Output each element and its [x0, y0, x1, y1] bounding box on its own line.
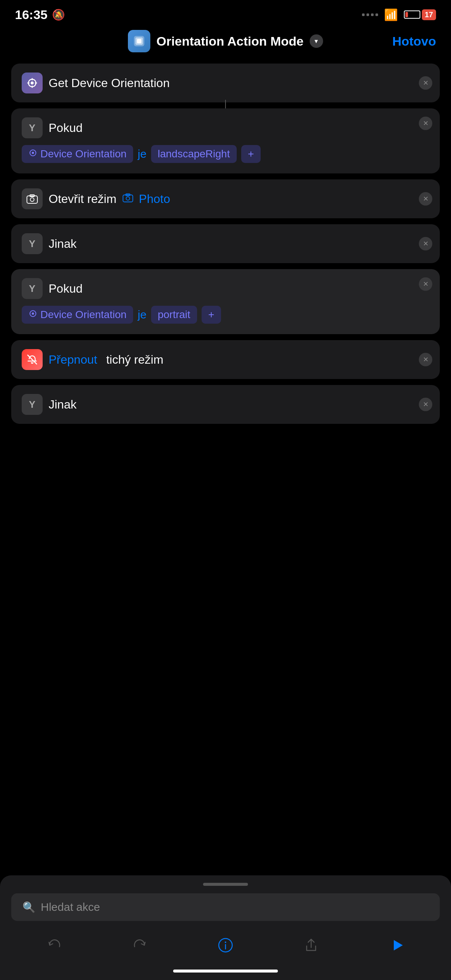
done-button[interactable]: Hotovo — [392, 34, 436, 49]
if2-card: ✕ Y Pokud Device Orientation je portrait… — [11, 269, 440, 334]
else2-card: Y Jinak ✕ — [11, 385, 440, 424]
svg-rect-2 — [137, 39, 141, 43]
else1-icon: Y — [22, 233, 43, 254]
if2-title: Pokud — [49, 282, 83, 296]
if2-chip-icon — [29, 309, 37, 321]
photo-chip[interactable]: Photo — [122, 192, 170, 206]
if1-plus-button[interactable]: + — [241, 145, 261, 163]
svg-point-10 — [32, 152, 34, 154]
status-right: 📶 17 — [362, 8, 436, 21]
share-button[interactable] — [298, 932, 324, 958]
bottom-panel: 🔍 Hledat akce — [0, 875, 451, 980]
svg-point-22 — [225, 942, 226, 943]
if1-condition-row: Device Orientation je landscapeRight + — [22, 145, 429, 163]
prepnout-close-button[interactable]: ✕ — [419, 353, 432, 366]
if2-condition-var-chip[interactable]: Device Orientation — [22, 306, 133, 324]
drag-handle[interactable] — [203, 883, 248, 886]
open-mode-label: Otevřit režim — [49, 192, 116, 206]
svg-point-12 — [30, 198, 34, 202]
toolbar — [11, 928, 440, 966]
get-orientation-close-button[interactable]: ✕ — [419, 76, 432, 90]
header: Orientation Action Mode ▾ Hotovo — [0, 26, 451, 60]
title-chevron-icon[interactable]: ▾ — [310, 34, 323, 48]
if2-condition-row: Device Orientation je portrait + — [22, 306, 429, 324]
svg-point-4 — [31, 81, 33, 84]
prepnout-label1: Přepnout — [49, 353, 97, 367]
if2-plus-button[interactable]: + — [202, 306, 221, 324]
search-bar[interactable]: 🔍 Hledat akce — [11, 893, 440, 921]
app-icon — [128, 30, 150, 52]
if1-condition-var-chip[interactable]: Device Orientation — [22, 145, 133, 163]
battery-fill — [405, 12, 408, 17]
if1-condition-op[interactable]: je — [138, 148, 146, 160]
open-mode-close-button[interactable]: ✕ — [419, 192, 432, 205]
shortcut-title: Orientation Action Mode — [156, 34, 304, 49]
else2-title: Jinak — [49, 398, 76, 412]
open-mode-card: Otevřit režim Photo ✕ — [11, 180, 440, 218]
if1-title: Pokud — [49, 121, 83, 135]
else1-card: Y Jinak ✕ — [11, 224, 440, 263]
else2-icon: Y — [22, 394, 43, 415]
redo-button[interactable] — [127, 932, 153, 958]
prepnout-row: Přepnout tichý režim — [22, 349, 429, 370]
prepnout-label2: tichý režim — [106, 353, 163, 367]
if1-card: ✕ Y Pokud Device Orientation je landscap… — [11, 108, 440, 173]
else1-row: Y Jinak — [22, 233, 429, 254]
time-display: 16:35 — [15, 8, 48, 22]
get-orientation-card: Get Device Orientation ✕ — [11, 64, 440, 102]
prepnout-card: Přepnout tichý režim ✕ — [11, 340, 440, 379]
photo-camera-icon — [122, 192, 134, 206]
status-bar: 16:35 🔕 📶 17 — [0, 0, 451, 26]
if2-condition-val[interactable]: portrait — [151, 306, 197, 324]
play-button[interactable] — [384, 932, 410, 958]
get-orientation-icon — [22, 73, 43, 94]
open-mode-icon — [22, 188, 43, 209]
svg-marker-23 — [394, 940, 403, 950]
search-icon: 🔍 — [22, 901, 35, 913]
status-time-group: 16:35 🔕 — [15, 8, 65, 22]
else2-row: Y Jinak — [22, 394, 429, 415]
svg-point-15 — [126, 197, 130, 200]
else1-close-button[interactable]: ✕ — [419, 237, 432, 250]
home-indicator — [173, 969, 278, 972]
if1-header: Y Pokud — [22, 117, 429, 138]
if1-condition-val[interactable]: landscapeRight — [151, 145, 237, 163]
if2-close-button[interactable]: ✕ — [419, 277, 432, 291]
open-mode-row: Otevřit režim Photo — [22, 188, 429, 209]
if1-condition-var: Device Orientation — [40, 148, 126, 160]
get-orientation-label: Get Device Orientation — [49, 76, 170, 90]
battery-level: 17 — [422, 10, 436, 20]
if1-close-button[interactable]: ✕ — [419, 117, 432, 130]
if1-chip-icon — [29, 148, 37, 160]
if2-icon: Y — [22, 278, 43, 299]
prepnout-icon — [22, 349, 43, 370]
bell-muted-icon: 🔕 — [52, 9, 65, 21]
undo-button[interactable] — [41, 932, 67, 958]
if2-header: Y Pokud — [22, 278, 429, 299]
wifi-icon: 📶 — [384, 8, 398, 21]
if2-condition-var: Device Orientation — [40, 309, 126, 321]
search-input[interactable]: Hledat akce — [41, 901, 100, 913]
else2-close-button[interactable]: ✕ — [419, 398, 432, 411]
battery-body — [404, 11, 420, 19]
svg-point-18 — [32, 312, 34, 315]
battery-indicator: 17 — [404, 10, 436, 20]
get-orientation-row: Get Device Orientation — [22, 73, 429, 94]
if2-condition-op[interactable]: je — [138, 309, 146, 321]
photo-label: Photo — [139, 192, 170, 206]
if1-icon: Y — [22, 117, 43, 138]
main-content: Get Device Orientation ✕ ✕ Y Pokud Devic… — [0, 60, 451, 547]
signal-icon — [362, 13, 378, 16]
info-button[interactable] — [212, 932, 239, 958]
else1-title: Jinak — [49, 237, 76, 251]
